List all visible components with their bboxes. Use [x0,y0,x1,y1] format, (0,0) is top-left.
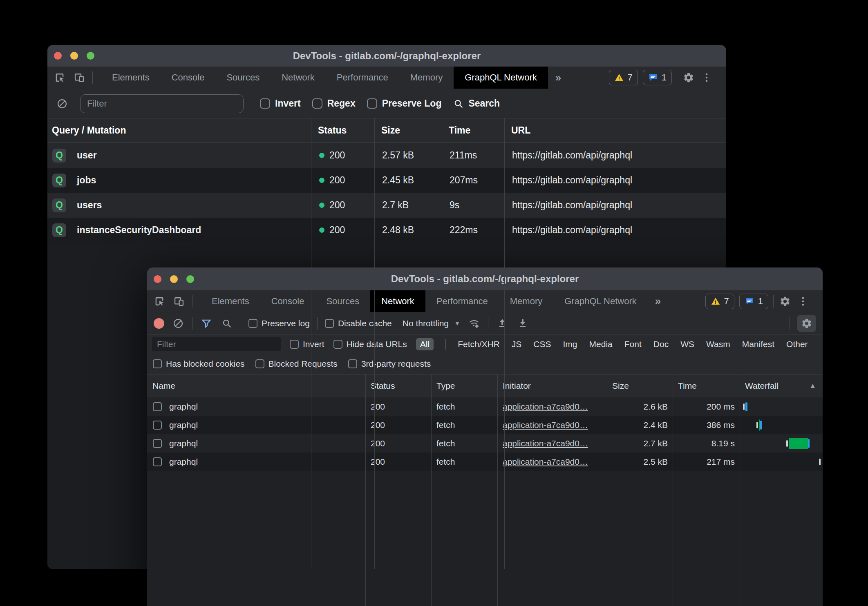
preserve-log-checkbox[interactable] [248,319,257,328]
chip-fetch-xhr[interactable]: Fetch/XHR [458,339,500,349]
more-tabs-icon[interactable]: » [648,290,668,312]
tab-performance[interactable]: Performance [425,290,499,312]
chip-js[interactable]: JS [512,339,522,349]
column-query-mutation[interactable]: Query / Mutation [47,125,311,136]
kebab-menu-icon[interactable] [700,71,713,84]
tab-console[interactable]: Console [161,67,216,89]
warnings-badge[interactable]: 7 [705,294,734,309]
panel-settings-button[interactable] [797,315,816,332]
table-row[interactable]: Qjobs 200 2.45 kB 207ms https://gitlab.c… [47,168,726,193]
more-tabs-icon[interactable]: » [548,67,568,89]
invert-checkbox[interactable] [290,340,299,349]
table-row[interactable]: graphql 200 fetch application-a7ca9d0… 2… [147,397,823,416]
sort-ascending-icon: ▲ [809,382,816,390]
chip-manifest[interactable]: Manifest [742,339,774,349]
initiator-link[interactable]: application-a7ca9d0… [497,457,607,467]
settings-gear-icon[interactable] [779,295,792,308]
export-har-icon[interactable] [516,317,529,330]
search-icon[interactable] [220,317,233,330]
tab-console[interactable]: Console [260,290,315,312]
chip-wasm[interactable]: Wasm [706,339,730,349]
chip-media[interactable]: Media [589,339,613,349]
table-row[interactable]: graphql 200 fetch application-a7ca9d0… 2… [147,452,823,471]
column-type[interactable]: Type [431,381,497,391]
messages-badge[interactable]: 1 [739,294,768,309]
column-status[interactable]: Status [311,125,374,136]
filter-funnel-icon[interactable] [200,317,213,330]
table-row[interactable]: graphql 200 fetch application-a7ca9d0… 2… [147,416,823,434]
throttling-dropdown[interactable]: No throttling ▼ [403,319,460,328]
network-conditions-icon[interactable] [468,317,481,330]
hide-data-urls-label: Hide data URLs [347,339,407,349]
settings-gear-icon[interactable] [682,71,695,84]
tab-network[interactable]: Network [370,290,425,312]
table-row[interactable]: graphql 200 fetch application-a7ca9d0… 2… [147,434,823,452]
inspect-element-icon[interactable] [153,295,166,308]
column-time[interactable]: Time [673,381,740,391]
preserve-log-label: Preserve log [262,319,310,328]
initiator-link[interactable]: application-a7ca9d0… [497,439,607,448]
tab-sources[interactable]: Sources [215,67,271,89]
tab-graphql-network[interactable]: GraphQL Network [553,290,647,312]
search-button[interactable]: Search [453,98,500,109]
table-row[interactable]: QinstanceSecurityDashboard 200 2.48 kB 2… [47,218,726,243]
preserve-log-checkbox[interactable] [367,98,377,109]
tab-performance[interactable]: Performance [326,67,399,89]
warnings-badge[interactable]: 7 [609,70,638,85]
import-har-icon[interactable] [496,317,509,330]
chip-doc[interactable]: Doc [653,339,669,349]
filter-input[interactable] [80,94,244,113]
tab-memory[interactable]: Memory [399,67,454,89]
column-waterfall[interactable]: Waterfall ▲ [740,381,823,391]
divider [92,71,93,84]
column-time[interactable]: Time [442,125,504,136]
divider [790,317,790,330]
third-party-requests-item: 3rd-party requests [348,359,431,369]
tab-memory[interactable]: Memory [499,290,553,312]
messages-badge[interactable]: 1 [643,70,672,85]
tab-graphql-network[interactable]: GraphQL Network [454,67,548,89]
column-url[interactable]: URL [504,125,726,136]
initiator-link[interactable]: application-a7ca9d0… [497,402,607,412]
chip-other[interactable]: Other [786,339,808,349]
chip-all[interactable]: All [416,338,434,350]
column-size[interactable]: Size [374,125,442,136]
filter-input[interactable] [152,337,281,351]
clear-icon[interactable] [56,97,69,110]
divider [445,339,446,350]
row-checkbox[interactable] [153,439,162,448]
title-bar[interactable]: DevTools - gitlab.com/-/graphql-explorer [47,45,726,67]
device-toolbar-icon[interactable] [172,295,186,308]
row-checkbox[interactable] [153,457,162,466]
column-size[interactable]: Size [607,381,673,391]
record-icon[interactable] [154,318,164,329]
tab-network[interactable]: Network [271,67,326,89]
regex-checkbox[interactable] [312,98,322,109]
row-checkbox[interactable] [153,421,162,430]
blocked-requests-checkbox[interactable] [255,359,264,368]
chip-ws[interactable]: WS [680,339,694,349]
chip-css[interactable]: CSS [533,339,551,349]
has-blocked-cookies-checkbox[interactable] [153,359,162,368]
chip-img[interactable]: Img [563,339,577,349]
device-toolbar-icon[interactable] [73,71,86,84]
row-checkbox[interactable] [153,402,162,411]
third-party-requests-checkbox[interactable] [348,359,357,368]
clear-icon[interactable] [172,317,185,330]
disable-cache-checkbox[interactable] [325,319,334,328]
chip-font[interactable]: Font [624,339,642,349]
table-row[interactable]: Quser 200 2.57 kB 211ms https://gitlab.c… [47,143,726,168]
inspect-element-icon[interactable] [53,71,66,84]
invert-checkbox[interactable] [260,98,270,109]
column-initiator[interactable]: Initiator [497,381,607,391]
initiator-link[interactable]: application-a7ca9d0… [497,420,607,430]
table-row[interactable]: Qusers 200 2.7 kB 9s https://gitlab.com/… [47,193,726,218]
column-status[interactable]: Status [365,381,431,391]
tab-elements[interactable]: Elements [101,67,161,89]
hide-data-urls-checkbox[interactable] [333,340,342,349]
tab-elements[interactable]: Elements [201,290,260,312]
title-bar[interactable]: DevTools - gitlab.com/-/graphql-explorer [147,267,823,290]
tab-sources[interactable]: Sources [315,290,370,312]
column-name[interactable]: Name [147,381,365,391]
kebab-menu-icon[interactable] [796,295,810,308]
